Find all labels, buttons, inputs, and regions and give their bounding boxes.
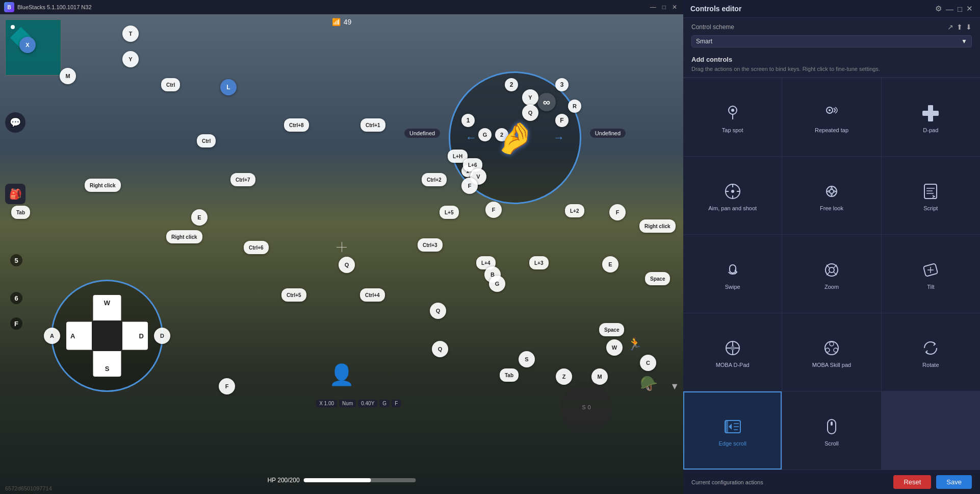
key-y[interactable]: Y <box>122 51 139 67</box>
key-g-badge[interactable]: G <box>489 276 505 292</box>
skill-r[interactable]: R <box>568 100 581 113</box>
key-ctrl5[interactable]: Ctrl+5 <box>281 288 306 302</box>
panel-minimize-btn[interactable]: — <box>946 5 953 13</box>
key-d[interactable]: D <box>154 328 170 344</box>
control-rotate[interactable]: Rotate <box>882 313 980 391</box>
current-config-label: Current configuration actions <box>691 479 763 485</box>
key-ctrl8[interactable]: Ctrl+8 <box>284 118 309 132</box>
key-w2[interactable]: W <box>606 339 623 356</box>
control-scroll[interactable]: Scroll <box>782 391 881 470</box>
side-number-4[interactable]: 5 <box>10 254 22 266</box>
key-m2[interactable]: M <box>591 368 608 385</box>
aim-num-3[interactable]: 3 <box>555 78 569 91</box>
svg-point-22 <box>829 267 834 273</box>
control-moba-skill-pad[interactable]: MOBA Skill pad <box>782 313 881 391</box>
settings-icon-btn[interactable]: ⚙ <box>935 4 942 13</box>
key-l2[interactable]: L+2 <box>565 204 584 217</box>
key-t[interactable]: T <box>122 26 139 42</box>
key-e2[interactable]: E <box>602 256 618 273</box>
inventory-icon[interactable]: 🎒 <box>5 184 25 204</box>
key-f2[interactable]: F <box>485 202 502 218</box>
key-tab2[interactable]: Tab <box>500 368 519 382</box>
dpad-center <box>92 320 122 351</box>
panel-maximize-btn[interactable]: □ <box>958 5 962 13</box>
key-space[interactable]: Space <box>645 272 670 285</box>
key-z[interactable]: Z <box>556 368 572 385</box>
minimize-icon[interactable]: — <box>648 4 658 11</box>
scheme-upload-btn[interactable]: ⬆ <box>957 23 963 31</box>
side-number-5[interactable]: 6 <box>10 292 22 304</box>
key-ctrl4[interactable]: Ctrl+4 <box>360 288 385 302</box>
scheme-share-btn[interactable]: ↗ <box>947 23 953 31</box>
key-q3[interactable]: Q <box>339 257 355 273</box>
key-ctrl1[interactable]: Ctrl+1 <box>360 118 385 132</box>
scheme-select[interactable]: Smart ▼ <box>691 35 972 47</box>
key-f[interactable]: F <box>461 178 478 194</box>
key-rightclick[interactable]: Right click <box>85 179 121 192</box>
infinity-btn[interactable]: ∞ <box>537 93 556 111</box>
key-ctrl-alone[interactable]: Ctrl <box>197 134 216 147</box>
key-ctrl3[interactable]: Ctrl+3 <box>418 238 443 252</box>
key-e[interactable]: E <box>191 209 208 226</box>
panel-close-btn[interactable]: ✕ <box>966 4 973 13</box>
key-ctrl7[interactable]: Ctrl+7 <box>230 173 255 186</box>
key-space2[interactable]: Space <box>599 323 624 336</box>
moba-dpad-label: MOBA D-Pad <box>716 361 750 368</box>
control-swipe[interactable]: Swipe <box>683 235 782 313</box>
reset-button[interactable]: Reset <box>893 475 931 489</box>
skill-circle[interactable]: S 0 <box>561 382 612 433</box>
key-rightclick3[interactable]: Right click <box>166 230 202 243</box>
control-tap-spot[interactable]: Tap spot <box>683 78 782 156</box>
aim-key-f[interactable]: F <box>555 114 569 127</box>
key-c[interactable]: C <box>640 355 656 371</box>
panel-title-icons: ⚙ — □ ✕ <box>935 4 973 13</box>
side-number-6[interactable]: F <box>10 317 22 330</box>
maximize-icon[interactable]: □ <box>660 4 668 11</box>
key-m[interactable]: M <box>60 68 76 84</box>
aim-num-2[interactable]: 2 <box>505 78 518 91</box>
close-icon[interactable]: ✕ <box>670 4 679 11</box>
key-l[interactable]: L <box>220 79 237 95</box>
control-tilt[interactable]: Tilt <box>882 235 980 313</box>
scheme-dropdown-arrow: ▼ <box>961 38 967 45</box>
key-tab[interactable]: Tab <box>11 206 30 219</box>
key-rightclick2[interactable]: Right click <box>639 219 676 233</box>
aim-key-g[interactable]: G <box>478 128 492 141</box>
control-repeated-tap[interactable]: Repeated tap <box>782 78 881 156</box>
control-zoom[interactable]: Zoom <box>782 235 881 313</box>
key-a[interactable]: A <box>44 328 60 344</box>
key-f3[interactable]: F <box>609 204 626 220</box>
key-s[interactable]: S <box>519 351 535 367</box>
control-aim-pan-shoot[interactable]: Aim, pan and shoot <box>683 157 782 235</box>
save-button[interactable]: Save <box>936 475 972 489</box>
control-moba-dpad[interactable]: MOBA D-Pad <box>683 313 782 391</box>
hp-label: HP 200/200 <box>267 477 299 484</box>
dpad-a-label: A <box>70 332 75 340</box>
key-q[interactable]: Q <box>522 105 538 121</box>
zoom-label: Zoom <box>824 283 839 290</box>
key-f4[interactable]: F <box>219 378 235 394</box>
game-area: B BlueStacks 5.1.100.1017 N32 — □ ✕ 📶 49… <box>0 0 683 494</box>
control-free-look[interactable]: Free look <box>782 157 881 235</box>
control-d-pad[interactable]: D-pad <box>882 78 980 156</box>
key-y2[interactable]: Y <box>522 89 538 106</box>
key-x[interactable]: X <box>19 37 36 53</box>
signal-strength: 49 <box>344 18 352 26</box>
control-edge-scroll[interactable]: Edge scroll <box>683 391 782 470</box>
key-q4[interactable]: Q <box>432 341 448 357</box>
aim-arrow-left: ← <box>466 131 477 144</box>
key-l3[interactable]: L+3 <box>529 256 549 269</box>
chat-icon[interactable]: 💬 <box>5 112 25 133</box>
key-q2[interactable]: Q <box>430 303 446 319</box>
control-script[interactable]: Script <box>882 157 980 235</box>
key-ctrl[interactable]: Ctrl <box>161 78 180 91</box>
scheme-download-btn[interactable]: ⬇ <box>966 23 972 31</box>
key-ctrl2[interactable]: Ctrl+2 <box>422 173 447 186</box>
dpad-container[interactable]: W S A D A D <box>51 280 163 392</box>
dpad-d-label: D <box>139 332 144 340</box>
repeated-tap-icon <box>822 103 841 124</box>
controls-editor-panel: Controls editor ⚙ — □ ✕ Control scheme ↗… <box>683 0 980 494</box>
aim-num-1[interactable]: 1 <box>461 114 475 127</box>
key-l5[interactable]: L+5 <box>440 206 459 219</box>
key-ctrl6[interactable]: Ctrl+6 <box>244 241 269 254</box>
